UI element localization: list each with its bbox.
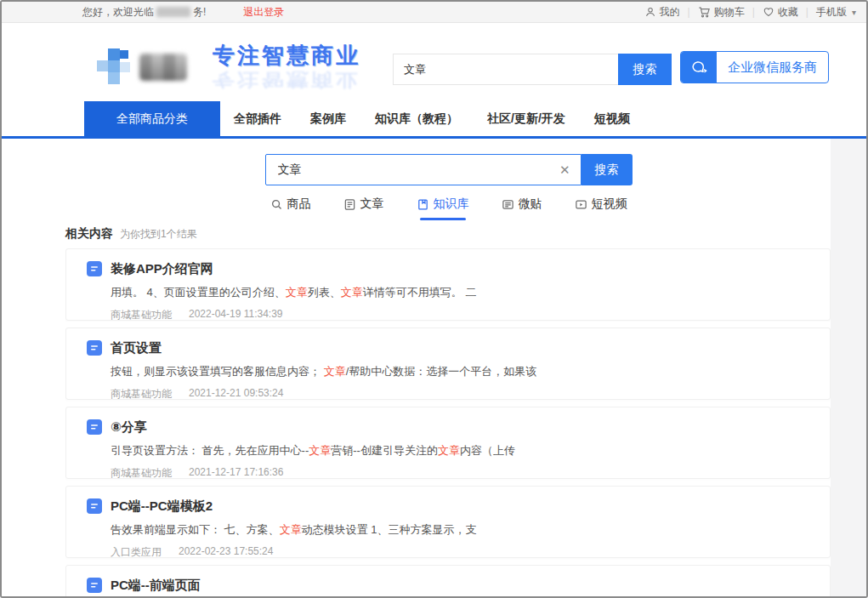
result-title[interactable]: 装修APP介绍官网 (111, 261, 213, 277)
result-date: 2022-02-23 17:55:24 (179, 545, 273, 558)
result-title[interactable]: ⑧分享 (111, 419, 147, 436)
topbar-separator: | (806, 6, 808, 18)
topbar-links: 我的 | 购物车 | 收藏 | 手机版 ▾ (644, 5, 856, 20)
heart-icon (763, 6, 774, 18)
nav-all-categories[interactable]: 全部商品分类 (84, 101, 220, 136)
book-icon (417, 198, 429, 211)
logo-pixel-icon (97, 47, 133, 88)
result-card[interactable]: PC端--PC端模板2 告效果前端显示如下： 七、方案、文章动态模块设置 1、三… (65, 486, 831, 558)
greeting-suffix: 务! (193, 5, 206, 20)
user-icon (644, 6, 656, 18)
main-search-button[interactable]: 搜索 (582, 154, 633, 185)
nav-link[interactable]: 短视频 (594, 111, 630, 127)
result-category: 商城基础功能 (111, 466, 172, 479)
main-search-input-box: ✕ (265, 154, 582, 185)
search-tab-知识库[interactable]: 知识库 (417, 196, 469, 220)
result-title[interactable]: PC端--前端页面 (111, 578, 201, 594)
search-tab-商品[interactable]: 商品 (270, 196, 311, 220)
content-area: ✕ 搜索 商品 文章 知识库 微贴 短视频 相关内容 为你找到1个结果 (2, 139, 866, 596)
results-header: 相关内容 为你找到1个结果 (65, 226, 866, 242)
result-title[interactable]: 首页设置 (111, 340, 162, 356)
document-icon (87, 419, 102, 435)
wechat-work-icon (681, 52, 717, 83)
blurred-username (156, 7, 190, 17)
results-title: 相关内容 (65, 226, 113, 242)
result-category: 商城基础功能 (111, 387, 172, 400)
document-icon (87, 578, 102, 593)
search-tab-文章[interactable]: 文章 (343, 196, 384, 220)
post-icon (502, 198, 514, 211)
search-icon (270, 198, 283, 211)
site-logo[interactable]: 专注智慧商业 专注智慧商业 (97, 43, 360, 91)
slogan-reflection: 专注智慧商业 (213, 67, 360, 91)
blurred-logo-text (139, 54, 187, 81)
topbar-separator: | (752, 6, 755, 18)
caret-down-icon: ▾ (852, 8, 856, 17)
greeting-prefix: 您好，欢迎光临 (82, 5, 154, 20)
result-category: 商城基础功能 (111, 308, 172, 321)
header-search-button[interactable]: 搜索 (618, 54, 672, 85)
greeting-text: 您好，欢迎光临 务! (82, 5, 206, 20)
logout-link[interactable]: 退出登录 (243, 5, 284, 20)
result-card[interactable]: PC端--前端页面 (65, 565, 831, 596)
document-icon (87, 261, 102, 276)
result-snippet: 告效果前端显示如下： 七、方案、文章动态模块设置 1、三种方案显示，支 (87, 522, 809, 538)
topbar-link-收藏[interactable]: 收藏 (763, 5, 798, 20)
result-title[interactable]: PC端--PC端模板2 (111, 498, 213, 515)
topbar-link-手机版[interactable]: 手机版 ▾ (816, 5, 856, 20)
result-date: 2022-04-19 11:34:39 (189, 308, 283, 321)
result-snippet: 用填。 4、页面设置里的公司介绍、文章列表、文章详情等可不用填写。 二 (87, 285, 809, 300)
main-nav: 全部商品分类 全部插件 案例库 知识库（教程） 社区/更新/开发 短视频 (2, 101, 866, 139)
result-meta: 入口类应用 2022-02-23 17:55:24 (87, 545, 809, 558)
nav-link[interactable]: 知识库（教程） (375, 111, 458, 127)
result-date: 2021-12-17 17:16:36 (189, 466, 283, 479)
nav-link[interactable]: 全部插件 (234, 111, 281, 127)
slogan-block: 专注智慧商业 专注智慧商业 (213, 41, 360, 94)
results-count-note: 为你找到1个结果 (120, 227, 197, 242)
result-snippet: 按钮，则显示该设置填写的客服信息内容； 文章/帮助中心数据：选择一个平台，如果该 (87, 364, 809, 379)
search-tab-微贴[interactable]: 微贴 (502, 196, 542, 220)
nav-links: 全部插件 案例库 知识库（教程） 社区/更新/开发 短视频 (234, 101, 630, 136)
article-icon (343, 198, 356, 211)
clear-search-icon[interactable]: ✕ (549, 154, 581, 185)
video-icon (575, 198, 587, 211)
document-icon (87, 340, 102, 356)
result-card[interactable]: ⑧分享 引导页设置方法： 首先，先在应用中心--文章营销--创建引导关注的文章内… (65, 407, 831, 479)
topbar-separator: | (688, 6, 690, 18)
result-category: 入口类应用 (111, 545, 162, 558)
main-search-input[interactable] (266, 163, 549, 177)
result-meta: 商城基础功能 2021-12-21 09:53:24 (87, 387, 809, 400)
header-search: 搜索 (393, 54, 672, 85)
main-search: ✕ 搜索 (265, 154, 633, 185)
result-card[interactable]: 装修APP介绍官网 用填。 4、页面设置里的公司介绍、文章列表、文章详情等可不用… (65, 248, 831, 321)
result-meta: 商城基础功能 2021-12-17 17:16:36 (87, 466, 809, 479)
topbar-link-我的[interactable]: 我的 (644, 5, 680, 20)
nav-link[interactable]: 案例库 (310, 111, 346, 127)
browser-page: 您好，欢迎光临 务! 退出登录 我的 | 购物车 | 收藏 | 手机版 ▾ (0, 0, 868, 598)
slogan-text: 专注智慧商业 (213, 41, 360, 71)
site-header: 专注智慧商业 专注智慧商业 搜索 企业微信服务商 (2, 23, 866, 101)
result-snippet: 引导页设置方法： 首先，先在应用中心--文章营销--创建引导关注的文章内容（上传 (87, 443, 809, 458)
search-tabs: 商品 文章 知识库 微贴 短视频 (16, 196, 866, 220)
main-search-row: ✕ 搜索 (16, 139, 866, 185)
wechat-service-label: 企业微信服务商 (717, 52, 828, 83)
topbar-link-购物车[interactable]: 购物车 (698, 5, 745, 20)
result-meta: 商城基础功能 2022-04-19 11:34:39 (87, 308, 809, 321)
results-list: 装修APP介绍官网 用填。 4、页面设置里的公司介绍、文章列表、文章详情等可不用… (65, 248, 831, 596)
result-date: 2021-12-21 09:53:24 (189, 387, 283, 400)
header-search-input[interactable] (393, 54, 618, 85)
nav-link[interactable]: 社区/更新/开发 (487, 111, 565, 127)
search-tab-短视频[interactable]: 短视频 (575, 196, 627, 220)
cart-icon (698, 6, 711, 19)
document-icon (87, 498, 102, 514)
result-card[interactable]: 首页设置 按钮，则显示该设置填写的客服信息内容； 文章/帮助中心数据：选择一个平… (65, 327, 831, 400)
topbar: 您好，欢迎光临 务! 退出登录 我的 | 购物车 | 收藏 | 手机版 ▾ (2, 2, 866, 23)
wechat-service-button[interactable]: 企业微信服务商 (680, 51, 829, 83)
